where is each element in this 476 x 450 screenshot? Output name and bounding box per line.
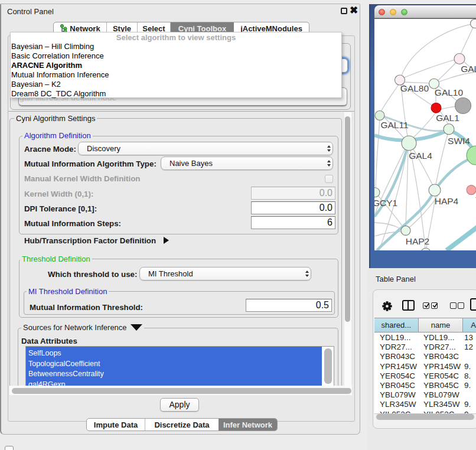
svg-text:GAL1: GAL1 bbox=[436, 113, 459, 123]
svg-text:GCY1: GCY1 bbox=[374, 198, 397, 208]
svg-text:SWI4: SWI4 bbox=[448, 136, 470, 146]
svg-text:GAL2: GAL2 bbox=[461, 64, 476, 74]
svg-text:GAL80: GAL80 bbox=[400, 83, 429, 93]
svg-text:GAL11: GAL11 bbox=[380, 120, 408, 130]
svg-text:HAP4: HAP4 bbox=[435, 196, 459, 206]
svg-text:HAP2: HAP2 bbox=[406, 236, 430, 246]
svg-text:GAL4: GAL4 bbox=[409, 151, 432, 161]
svg-text:GAL10: GAL10 bbox=[435, 87, 464, 97]
